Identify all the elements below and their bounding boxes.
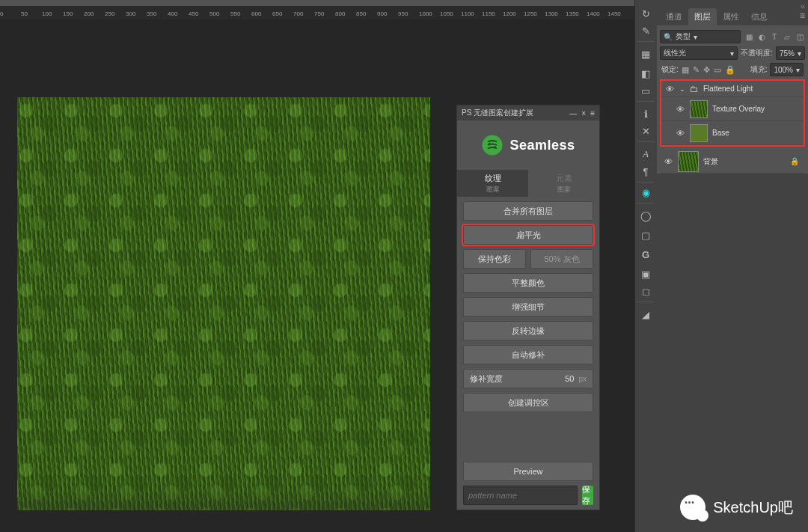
- ruler-tick: 700: [293, 10, 303, 17]
- tab-properties[interactable]: 属性: [717, 8, 745, 25]
- svg-point-2: [495, 146, 496, 147]
- keep-color-button[interactable]: 保持色彩: [463, 249, 526, 269]
- lock-artboard-icon[interactable]: ▭: [714, 65, 721, 75]
- lock-all-icon[interactable]: 🔒: [725, 65, 735, 75]
- note-icon[interactable]: ▢: [637, 226, 655, 244]
- lock-brush-icon[interactable]: ✎: [693, 65, 700, 75]
- filter-smart-icon[interactable]: ◫: [795, 31, 805, 42]
- tab-texture[interactable]: 纹理 图案: [457, 170, 528, 197]
- smooth-color-button[interactable]: 平整颜色: [463, 273, 593, 293]
- ruler-tick: 100: [42, 10, 52, 17]
- tab-layers[interactable]: 图层: [688, 8, 717, 25]
- repair-width-row[interactable]: 修补宽度 50 px: [463, 369, 593, 388]
- visibility-icon[interactable]: 👁: [675, 129, 685, 138]
- visibility-icon[interactable]: 👁: [675, 105, 685, 114]
- pattern-name-input[interactable]: [463, 486, 578, 505]
- library-icon[interactable]: ▭: [637, 84, 655, 102]
- repair-width-unit: px: [578, 375, 587, 383]
- ruler-tick: 1100: [461, 10, 474, 17]
- merge-all-button[interactable]: 合并所有图层: [463, 201, 593, 221]
- nav-icon[interactable]: ◯: [637, 207, 655, 224]
- visibility-icon[interactable]: 👁: [663, 157, 673, 166]
- adjust-icon[interactable]: ◧: [637, 64, 655, 82]
- paragraph-icon[interactable]: ¶: [637, 165, 655, 183]
- filter-shape-icon[interactable]: ▱: [782, 31, 792, 42]
- layer-comp-icon[interactable]: ▣: [637, 265, 655, 283]
- ruler-tick: 1300: [545, 10, 558, 17]
- collapse-icon[interactable]: «: [801, 1, 805, 10]
- ruler-tick: 50: [21, 10, 28, 17]
- info-icon[interactable]: ℹ: [637, 105, 655, 123]
- minimize-icon[interactable]: —: [569, 109, 577, 117]
- ruler-tick: 1250: [524, 10, 537, 17]
- ruler-tick: 200: [84, 10, 94, 17]
- visibility-icon[interactable]: 👁: [664, 85, 675, 94]
- layer-item[interactable]: 👁 Texture Overlay: [661, 97, 804, 121]
- ruler-tick: 750: [314, 10, 324, 17]
- swatch-icon[interactable]: ▦: [637, 45, 655, 63]
- fill-input[interactable]: 100%▾: [770, 63, 804, 76]
- layer-group[interactable]: 👁 ⌄ 🗀 Flattened Light: [661, 81, 804, 97]
- menu-icon[interactable]: ≡: [590, 109, 595, 117]
- expand-icon[interactable]: ⌄: [679, 85, 685, 93]
- seamless-extension-panel: PS 无缝图案创建扩展 — × ≡ Seamless 纹理 图案 元素 图案 合…: [456, 105, 600, 510]
- opacity-input[interactable]: 75%▾: [776, 46, 805, 60]
- svg-point-1: [489, 143, 491, 144]
- ruler-tick: 1050: [440, 10, 453, 17]
- watermark: SketchUp吧: [680, 495, 793, 520]
- ruler-tick: 500: [209, 10, 219, 17]
- ruler-tick: 300: [126, 10, 135, 17]
- seamless-logo-text: Seamless: [509, 138, 575, 153]
- panel-title: PS 无缝图案创建扩展: [462, 108, 533, 118]
- ruler-tick: 1150: [482, 10, 495, 17]
- tool-strip: ↻ ✎ ▦ ◧ ▭ ℹ ✕ A ¶ ◉ ◯ ▢ G ▣ ◻ ◢: [634, 0, 657, 532]
- lock-move-icon[interactable]: ✥: [703, 65, 710, 75]
- repair-width-label: 修补宽度: [470, 373, 560, 385]
- plugin-icon[interactable]: ◉: [637, 186, 655, 204]
- artboard-icon[interactable]: ◻: [637, 284, 655, 302]
- preview-button[interactable]: Preview: [463, 462, 593, 481]
- tab-channels[interactable]: 通道: [660, 8, 688, 25]
- ruler-tick: 1450: [607, 10, 621, 17]
- close-icon[interactable]: ×: [581, 109, 586, 117]
- ruler-tick: 800: [335, 10, 345, 17]
- panel-header[interactable]: PS 无缝图案创建扩展 — × ≡: [457, 106, 599, 120]
- invert-edge-button[interactable]: 反转边缘: [463, 321, 593, 340]
- ruler-tick: 1200: [503, 10, 516, 17]
- layers-panel: « 通道 图层 属性 信息 ≡ 🔍类型▾ ▦ ◐ T ▱ ◫ 线性光▾ 不透明度…: [657, 0, 808, 532]
- ruler-tick: 0: [0, 10, 3, 17]
- layer-thumbnail: [690, 124, 708, 142]
- bucket-icon[interactable]: ◢: [637, 305, 655, 323]
- svg-point-0: [483, 135, 503, 156]
- enhance-detail-button[interactable]: 增强细节: [463, 297, 593, 317]
- blend-mode-dropdown[interactable]: 线性光▾: [660, 46, 738, 60]
- g-icon[interactable]: G: [637, 245, 655, 263]
- gray-50-button[interactable]: 50% 灰色: [530, 249, 593, 269]
- filter-type-icon[interactable]: T: [769, 31, 780, 42]
- layer-background[interactable]: 👁 背景 🔒: [660, 150, 805, 174]
- type-icon[interactable]: A: [637, 145, 655, 163]
- filter-pixel-icon[interactable]: ▦: [744, 31, 754, 42]
- filter-type-dropdown[interactable]: 🔍类型▾: [660, 30, 741, 43]
- filter-adjust-icon[interactable]: ◐: [756, 31, 767, 42]
- wechat-icon: [680, 495, 706, 520]
- history-icon[interactable]: ↻: [637, 4, 655, 22]
- lock-pixels-icon[interactable]: ▦: [682, 65, 689, 75]
- lock-label: 锁定:: [661, 64, 679, 75]
- brush-icon[interactable]: ✎: [637, 24, 655, 42]
- panel-menu-icon[interactable]: ≡: [800, 10, 805, 21]
- save-button[interactable]: 保存: [582, 486, 593, 505]
- tab-elements[interactable]: 元素 图案: [528, 170, 599, 197]
- folder-icon: 🗀: [690, 84, 699, 94]
- tab-info[interactable]: 信息: [745, 8, 774, 25]
- flatten-light-button[interactable]: 扁平光: [463, 225, 593, 245]
- ruler-tick: 650: [272, 10, 282, 17]
- tools-icon[interactable]: ✕: [637, 124, 655, 142]
- create-adjustment-button[interactable]: 创建调控区: [463, 393, 593, 412]
- ruler-tick: 1400: [587, 10, 600, 17]
- tab-row: 纹理 图案 元素 图案: [457, 170, 599, 197]
- layer-item[interactable]: 👁 Base: [661, 121, 804, 145]
- document-image[interactable]: [17, 97, 430, 510]
- auto-repair-button[interactable]: 自动修补: [463, 345, 593, 364]
- seamless-logo: Seamless: [457, 120, 599, 170]
